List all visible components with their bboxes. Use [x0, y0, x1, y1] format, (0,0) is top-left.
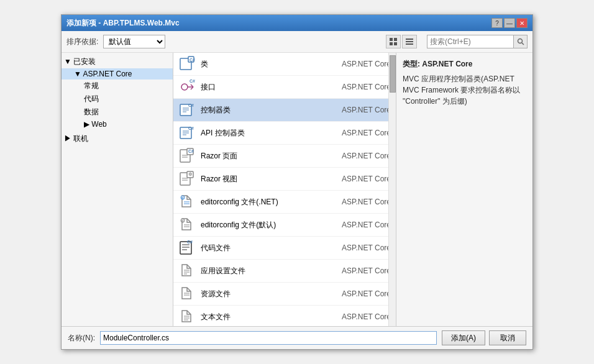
- grid-view-button[interactable]: [386, 35, 401, 48]
- close-button[interactable]: ✕: [516, 18, 528, 28]
- detail-type: 类型: ASP.NET Core: [403, 59, 526, 70]
- interface-icon: C#: [178, 78, 196, 96]
- text-file-icon: [178, 308, 196, 325]
- svg-rect-1: [394, 38, 397, 41]
- svg-text:C#: C#: [187, 240, 193, 244]
- list-item[interactable]: C# 类 ASP.NET Core: [173, 53, 396, 76]
- tree-item-link[interactable]: ▶ 联机: [62, 132, 173, 145]
- razor-view-icon: ⚙: [178, 170, 196, 188]
- api-controller-source: ASP.NET Core: [322, 129, 391, 137]
- code-label: 代码: [84, 94, 99, 104]
- app-settings-name: 应用设置文件: [201, 266, 318, 276]
- svg-rect-6: [406, 43, 413, 45]
- normal-label: 常规: [84, 81, 99, 91]
- class-icon: C#: [178, 55, 196, 73]
- tree-item-data[interactable]: 数据: [62, 106, 173, 119]
- cancel-button[interactable]: 取消: [489, 330, 526, 345]
- tree-item-code[interactable]: 代码: [62, 93, 173, 106]
- svg-rect-5: [406, 41, 413, 42]
- list-item[interactable]: 资源文件 ASP.NET Core: [173, 283, 396, 306]
- list-item[interactable]: C# 控制器类 ASP.NET Core: [173, 99, 396, 122]
- svg-text:C#: C#: [190, 79, 195, 83]
- title-bar: 添加新项 - ABP.TPLMS.Web.Mvc ? — ✕: [62, 15, 532, 31]
- editorconfig-default-icon: E: [178, 216, 196, 234]
- editorconfig-net-icon: E: [178, 193, 196, 211]
- svg-text:E: E: [181, 219, 184, 223]
- list-item[interactable]: C# 接口 ASP.NET Core: [173, 76, 396, 99]
- svg-line-8: [522, 43, 524, 45]
- code-file-name: 代码文件: [201, 243, 318, 253]
- api-controller-icon: C#: [178, 124, 196, 142]
- installed-label: ▼ 已安装: [64, 57, 96, 67]
- interface-name: 接口: [201, 82, 318, 93]
- editorconfig-default-source: ASP.NET Core: [322, 221, 391, 229]
- tree-item-aspnet[interactable]: ▼ ASP.NET Core: [62, 68, 173, 80]
- help-button[interactable]: ?: [491, 18, 503, 28]
- svg-text:E: E: [181, 196, 184, 200]
- editorconfig-net-name: editorconfig 文件(.NET): [201, 197, 318, 207]
- search-input[interactable]: [427, 35, 514, 48]
- tree-item-web[interactable]: ▶ Web: [62, 119, 173, 130]
- text-file-name: 文本文件: [201, 312, 318, 322]
- svg-text:⚙: ⚙: [188, 172, 192, 176]
- code-file-icon: C#: [178, 239, 196, 257]
- content-area: ▼ 已安装 ▼ ASP.NET Core 常规 代码 数据 ▶ Web: [62, 53, 532, 326]
- item-list: C# 类 ASP.NET Core: [173, 53, 396, 326]
- dialog-body: 排序依据: 默认值: [62, 31, 532, 349]
- editorconfig-net-source: ASP.NET Core: [322, 198, 391, 206]
- list-item[interactable]: 文本文件 ASP.NET Core: [173, 306, 396, 326]
- svg-text:C#: C#: [188, 149, 194, 153]
- list-item[interactable]: C# 代码文件 ASP.NET Core: [173, 237, 396, 260]
- list-scrollbar[interactable]: [388, 53, 396, 326]
- svg-rect-2: [390, 42, 393, 45]
- list-item[interactable]: E editorconfig 文件(默认) ASP.NET Core: [173, 214, 396, 237]
- link-label: ▶ 联机: [64, 134, 88, 144]
- filename-input[interactable]: [100, 331, 437, 345]
- tree-item-installed[interactable]: ▼ 已安装: [62, 55, 173, 68]
- resource-file-name: 资源文件: [201, 289, 318, 299]
- title-bar-buttons: ? — ✕: [491, 18, 528, 28]
- resource-file-icon: [178, 285, 196, 303]
- list-item[interactable]: 应用设置文件 ASP.NET Core: [173, 260, 396, 283]
- search-box: [427, 35, 528, 48]
- razor-view-source: ASP.NET Core: [322, 175, 391, 183]
- view-toggle: [386, 35, 417, 48]
- controller-class-source: ASP.NET Core: [322, 106, 391, 114]
- footer: 名称(N): 添加(A) 取消: [62, 326, 532, 349]
- detail-description: MVC 应用程序控制器类(ASP.NET MVC Framework 要求控制器…: [403, 73, 526, 107]
- razor-page-source: ASP.NET Core: [322, 152, 391, 160]
- main-dialog: 添加新项 - ABP.TPLMS.Web.Mvc ? — ✕ 排序依据: 默认值: [61, 14, 533, 350]
- controller-class-icon: C#: [178, 101, 196, 119]
- text-file-source: ASP.NET Core: [322, 312, 391, 321]
- list-item[interactable]: E editorconfig 文件(.NET) ASP.NET Core: [173, 191, 396, 214]
- search-button[interactable]: [514, 35, 528, 48]
- svg-point-12: [181, 84, 188, 90]
- scrollbar-thumb[interactable]: [390, 55, 396, 93]
- dialog-title: 添加新项 - ABP.TPLMS.Web.Mvc: [66, 18, 180, 29]
- list-item[interactable]: C# Razor 页面 ASP.NET Core: [173, 145, 396, 168]
- right-detail-panel: 类型: ASP.NET Core MVC 应用程序控制器类(ASP.NET MV…: [396, 53, 532, 326]
- svg-rect-3: [394, 42, 397, 45]
- class-name: 类: [201, 59, 318, 70]
- toolbar: 排序依据: 默认值: [62, 31, 532, 53]
- add-button[interactable]: 添加(A): [442, 330, 485, 345]
- left-tree-panel: ▼ 已安装 ▼ ASP.NET Core 常规 代码 数据 ▶ Web: [62, 53, 173, 326]
- list-view-button[interactable]: [402, 35, 417, 48]
- web-label: ▶ Web: [84, 120, 107, 129]
- svg-text:C#: C#: [190, 58, 195, 62]
- middle-panel: C# 类 ASP.NET Core: [173, 53, 396, 326]
- sort-select[interactable]: 默认值: [103, 35, 165, 48]
- list-item[interactable]: C# API 控制器类 ASP.NET Core: [173, 122, 396, 145]
- list-item[interactable]: ⚙ Razor 视图 ASP.NET Core: [173, 168, 396, 191]
- controller-class-name: 控制器类: [201, 105, 318, 116]
- code-file-source: ASP.NET Core: [322, 243, 391, 252]
- svg-text:C#: C#: [188, 126, 194, 130]
- editorconfig-default-name: editorconfig 文件(默认): [201, 220, 318, 230]
- svg-text:C#: C#: [188, 103, 194, 107]
- app-settings-source: ASP.NET Core: [322, 266, 391, 275]
- minimize-button[interactable]: —: [504, 18, 515, 28]
- name-label: 名称(N):: [68, 333, 95, 344]
- tree-item-normal[interactable]: 常规: [62, 80, 173, 93]
- resource-file-source: ASP.NET Core: [322, 289, 391, 298]
- razor-page-icon: C#: [178, 147, 196, 165]
